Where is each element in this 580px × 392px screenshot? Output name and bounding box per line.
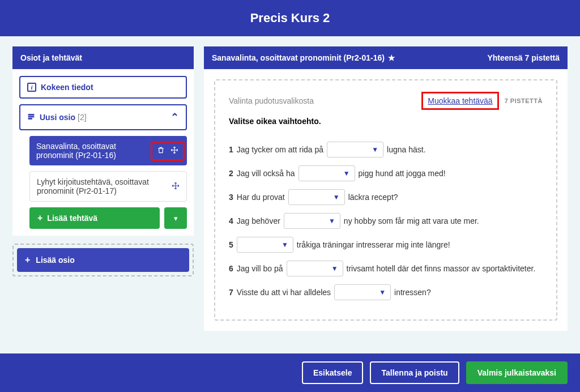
add-task-label: Lisää tehtävä xyxy=(47,214,97,223)
question-row: 6Jag vill bo på▼trivsamt hotell där det … xyxy=(229,261,543,276)
task-title: Sanavalinta, osoittavat pronominit (Pr2-… xyxy=(212,53,385,62)
chevron-down-icon: ▼ xyxy=(372,146,378,154)
question-number: 7 xyxy=(229,288,233,297)
question-text-post: intressen? xyxy=(394,288,431,297)
question-row: 3Har du provat▼läckra recept? xyxy=(229,189,543,205)
question-number: 4 xyxy=(229,216,233,225)
svg-rect-1 xyxy=(28,116,33,117)
task-actions-highlight xyxy=(151,141,185,161)
question-row: 5▼tråkiga träningar intresserar mig inte… xyxy=(229,237,543,253)
question-number: 3 xyxy=(229,193,233,202)
question-text-pre: Jag vill bo på xyxy=(237,264,283,273)
exam-info-button[interactable]: i Kokeen tiedot xyxy=(19,76,187,99)
question-text-post: läckra recept? xyxy=(348,193,398,202)
points-label: 7 PISTETTÄ xyxy=(505,97,543,104)
question-row: 4Jag behöver▼ny hobby som får mig att va… xyxy=(229,213,543,229)
chevron-up-icon: ⌃ xyxy=(170,111,179,123)
chevron-down-icon: ▾ xyxy=(174,214,178,223)
question-row: 1Jag tycker om att rida på▼lugna häst. xyxy=(229,142,543,157)
question-text-pre: Har du provat xyxy=(237,193,285,202)
add-task-dropdown[interactable]: ▾ xyxy=(164,207,187,229)
total-points: Yhteensä 7 pistettä xyxy=(487,53,560,62)
info-icon: i xyxy=(27,83,36,92)
section-count: [2] xyxy=(78,113,87,122)
question-text-post: pigg hund att jogga med! xyxy=(359,169,446,178)
answer-dropdown[interactable]: ▼ xyxy=(288,189,345,205)
answer-dropdown[interactable]: ▼ xyxy=(284,213,340,229)
answer-dropdown[interactable]: ▼ xyxy=(237,237,293,253)
question-text-post: trivsamt hotell där det finns massor av … xyxy=(347,264,536,273)
add-section-label: Lisää osio xyxy=(36,255,74,265)
question-number: 6 xyxy=(229,264,233,273)
question-text-post: lugna häst. xyxy=(387,145,426,154)
plus-icon: + xyxy=(37,213,42,223)
svg-rect-2 xyxy=(28,118,32,118)
question-text-post: ny hobby som får mig att vara ute mer. xyxy=(344,216,479,225)
question-row: 2Jag vill också ha▼pigg hund att jogga m… xyxy=(229,165,543,181)
star-icon[interactable]: ★ xyxy=(388,53,395,62)
chevron-down-icon: ▼ xyxy=(282,241,288,249)
question-text-pre: Visste du att vi har alldeles xyxy=(237,288,331,297)
task-instruction: Valitse oikea vaihtoehto. xyxy=(229,117,543,126)
answer-dropdown[interactable]: ▼ xyxy=(334,284,391,300)
plus-icon: + xyxy=(25,255,30,265)
task-item-active[interactable]: Sanavalinta, osoittavat pronominit (Pr2-… xyxy=(29,136,187,165)
question-text-pre: Jag vill också ha xyxy=(237,169,295,178)
chevron-down-icon: ▼ xyxy=(333,193,340,201)
edit-task-link[interactable]: Muokkaa tehtävää xyxy=(428,96,492,105)
task-item-label: Sanavalinta, osoittavat pronominit (Pr2-… xyxy=(36,142,133,160)
page-title: Precis Kurs 2 xyxy=(0,0,580,36)
question-text-pre: Jag behöver xyxy=(237,216,280,225)
section-toggle[interactable]: Uusi osio [2] ⌃ xyxy=(19,104,187,130)
add-section-button[interactable]: + Lisää osio xyxy=(17,248,189,272)
chevron-down-icon: ▼ xyxy=(329,217,335,225)
answer-dropdown[interactable]: ▼ xyxy=(298,165,355,181)
move-icon[interactable] xyxy=(170,146,178,156)
task-item[interactable]: Lyhyt kirjoitustehtävä, osoittavat prono… xyxy=(29,171,187,202)
chevron-down-icon: ▼ xyxy=(331,265,338,272)
answer-dropdown[interactable]: ▼ xyxy=(287,261,343,276)
chevron-down-icon: ▼ xyxy=(343,169,350,177)
task-item-label: Lyhyt kirjoitustehtävä, osoittavat prono… xyxy=(37,177,150,195)
list-icon xyxy=(27,113,35,122)
question-text-post: tråkiga träningar intresserar mig inte l… xyxy=(297,240,450,249)
question-number: 2 xyxy=(229,169,233,178)
answer-dropdown[interactable]: ▼ xyxy=(327,142,383,157)
add-task-button[interactable]: + Lisää tehtävä xyxy=(29,207,160,229)
exam-info-label: Kokeen tiedot xyxy=(41,83,93,92)
edit-link-highlight: Muokkaa tehtävää xyxy=(421,92,498,110)
trash-icon[interactable] xyxy=(157,146,165,156)
chevron-down-icon: ▼ xyxy=(379,288,386,296)
question-text-pre: Jag tycker om att rida på xyxy=(237,145,323,154)
task-type-label: Valinta pudotusvalikosta xyxy=(229,96,314,105)
section-label: Uusi osio xyxy=(40,113,75,122)
move-icon[interactable] xyxy=(172,182,180,191)
svg-rect-0 xyxy=(28,114,33,114)
question-number: 5 xyxy=(229,240,233,249)
question-row: 7Visste du att vi har alldeles▼intressen… xyxy=(229,284,543,300)
sidebar-title: Osiot ja tehtävät xyxy=(12,46,194,69)
question-number: 1 xyxy=(229,145,233,154)
